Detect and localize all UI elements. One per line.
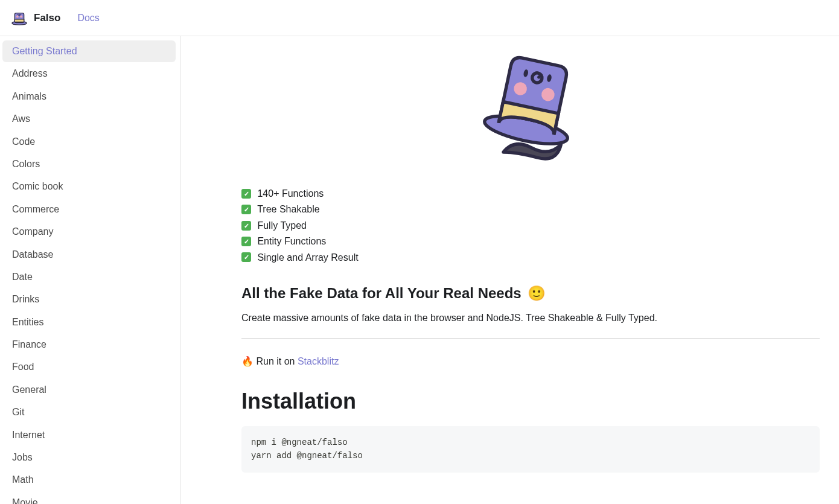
sidebar-item-company[interactable]: Company xyxy=(2,221,176,243)
divider xyxy=(241,338,820,339)
tagline-text: All the Fake Data for All Your Real Need… xyxy=(241,285,522,301)
sidebar-item-comic-book[interactable]: Comic book xyxy=(2,176,176,197)
svg-point-6 xyxy=(21,14,22,15)
smile-icon: 🙂 xyxy=(528,285,546,301)
sidebar-item-commerce[interactable]: Commerce xyxy=(2,199,176,220)
tagline: All the Fake Data for All Your Real Need… xyxy=(241,285,820,302)
sidebar-item-internet[interactable]: Internet xyxy=(2,424,176,446)
check-icon: ✓ xyxy=(241,252,251,262)
feature-label: Fully Typed xyxy=(255,220,307,231)
feature-item: ✓ Entity Functions xyxy=(241,234,820,249)
feature-item: ✓ Single and Array Result xyxy=(241,250,820,266)
sidebar-item-date[interactable]: Date xyxy=(2,266,176,288)
sidebar-item-getting-started[interactable]: Getting Started xyxy=(2,40,176,62)
sidebar-item-movie[interactable]: Movie xyxy=(2,492,176,504)
sidebar-item-database[interactable]: Database xyxy=(2,244,176,266)
feature-label: Single and Array Result xyxy=(255,252,359,263)
feature-label: Tree Shakable xyxy=(255,204,320,214)
check-icon: ✓ xyxy=(241,237,251,246)
sidebar-item-address[interactable]: Address xyxy=(2,63,176,85)
svg-point-3 xyxy=(16,15,19,18)
main-content: ✓ 140+ Functions✓ Tree Shakable✓ Fully T… xyxy=(181,36,839,504)
brand-hat-icon xyxy=(10,8,29,28)
sidebar-item-general[interactable]: General xyxy=(2,379,176,401)
check-icon: ✓ xyxy=(241,221,251,231)
sidebar: Getting StartedAddressAnimalsAwsCodeColo… xyxy=(0,36,181,504)
feature-label: Entity Functions xyxy=(255,236,326,246)
feature-item: ✓ Fully Typed xyxy=(241,218,820,234)
sidebar-item-food[interactable]: Food xyxy=(2,356,176,378)
header: Falso Docs xyxy=(0,0,839,36)
feature-item: ✓ 140+ Functions xyxy=(241,186,820,202)
sidebar-item-math[interactable]: Math xyxy=(2,469,176,491)
nav-docs[interactable]: Docs xyxy=(77,13,99,24)
svg-point-4 xyxy=(20,15,22,18)
sidebar-item-colors[interactable]: Colors xyxy=(2,153,176,175)
run-prefix: 🔥 Run it on xyxy=(241,356,298,366)
sidebar-item-git[interactable]: Git xyxy=(2,401,176,423)
run-line: 🔥 Run it on Stackblitz xyxy=(241,356,820,367)
sidebar-item-jobs[interactable]: Jobs xyxy=(2,447,176,468)
install-code-block: npm i @ngneat/falso yarn add @ngneat/fal… xyxy=(241,426,820,473)
svg-rect-2 xyxy=(14,19,24,21)
sidebar-item-drinks[interactable]: Drinks xyxy=(2,289,176,310)
check-icon: ✓ xyxy=(241,189,251,199)
hero-logo xyxy=(241,48,820,169)
brand-link[interactable]: Falso xyxy=(10,8,60,28)
check-icon: ✓ xyxy=(241,205,251,214)
sidebar-item-finance[interactable]: Finance xyxy=(2,334,176,356)
stackblitz-link[interactable]: Stackblitz xyxy=(298,356,339,366)
features-list: ✓ 140+ Functions✓ Tree Shakable✓ Fully T… xyxy=(241,186,820,266)
sidebar-item-aws[interactable]: Aws xyxy=(2,108,176,130)
installation-heading: Installation xyxy=(241,389,820,414)
sidebar-item-entities[interactable]: Entities xyxy=(2,311,176,333)
sidebar-item-code[interactable]: Code xyxy=(2,131,176,153)
feature-item: ✓ Tree Shakable xyxy=(241,202,820,217)
falso-hat-icon xyxy=(476,48,585,169)
feature-label: 140+ Functions xyxy=(255,188,324,199)
sidebar-item-animals[interactable]: Animals xyxy=(2,86,176,107)
container: Getting StartedAddressAnimalsAwsCodeColo… xyxy=(0,36,839,504)
svg-point-5 xyxy=(18,14,19,15)
brand-text: Falso xyxy=(34,12,60,24)
description: Create massive amounts of fake data in t… xyxy=(241,313,820,324)
